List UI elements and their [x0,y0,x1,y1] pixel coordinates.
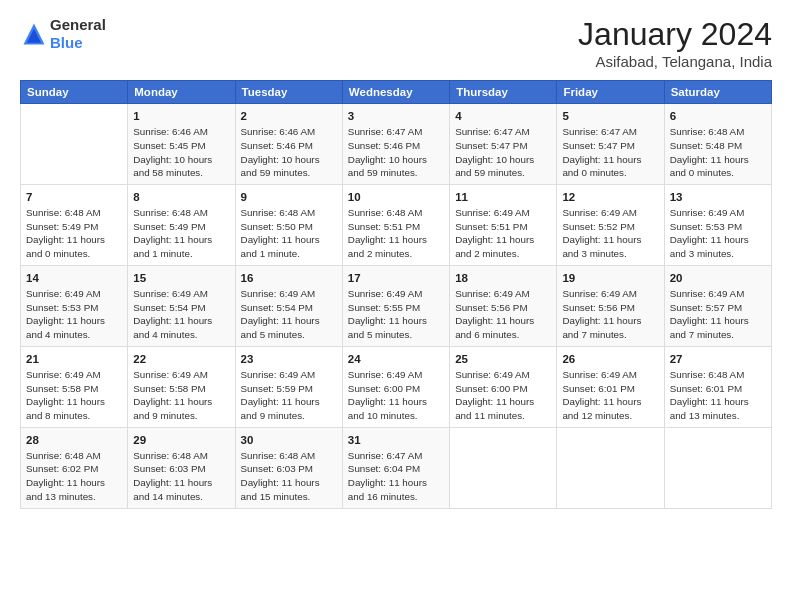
col-wednesday: Wednesday [342,81,449,104]
calendar-cell [450,427,557,508]
day-number: 2 [241,108,337,124]
calendar-cell: 5Sunrise: 6:47 AMSunset: 5:47 PMDaylight… [557,104,664,185]
col-friday: Friday [557,81,664,104]
calendar-cell: 2Sunrise: 6:46 AMSunset: 5:46 PMDaylight… [235,104,342,185]
day-number: 23 [241,351,337,367]
month-title: January 2024 [578,16,772,53]
day-number: 17 [348,270,444,286]
day-number: 18 [455,270,551,286]
day-info: Sunrise: 6:49 AMSunset: 5:53 PMDaylight:… [26,287,122,342]
calendar-cell: 17Sunrise: 6:49 AMSunset: 5:55 PMDayligh… [342,265,449,346]
calendar-cell [557,427,664,508]
calendar-cell: 24Sunrise: 6:49 AMSunset: 6:00 PMDayligh… [342,346,449,427]
col-saturday: Saturday [664,81,771,104]
calendar-cell: 9Sunrise: 6:48 AMSunset: 5:50 PMDaylight… [235,184,342,265]
day-info: Sunrise: 6:48 AMSunset: 5:49 PMDaylight:… [133,206,229,261]
calendar-cell: 28Sunrise: 6:48 AMSunset: 6:02 PMDayligh… [21,427,128,508]
day-number: 15 [133,270,229,286]
page-header: General Blue January 2024 Asifabad, Tela… [20,16,772,70]
day-number: 13 [670,189,766,205]
calendar-cell: 21Sunrise: 6:49 AMSunset: 5:58 PMDayligh… [21,346,128,427]
day-info: Sunrise: 6:49 AMSunset: 5:54 PMDaylight:… [241,287,337,342]
day-info: Sunrise: 6:47 AMSunset: 5:47 PMDaylight:… [562,125,658,180]
day-number: 7 [26,189,122,205]
calendar-cell: 19Sunrise: 6:49 AMSunset: 5:56 PMDayligh… [557,265,664,346]
calendar-cell: 3Sunrise: 6:47 AMSunset: 5:46 PMDaylight… [342,104,449,185]
day-info: Sunrise: 6:49 AMSunset: 6:00 PMDaylight:… [348,368,444,423]
logo: General Blue [20,16,106,52]
title-block: January 2024 Asifabad, Telangana, India [578,16,772,70]
day-number: 22 [133,351,229,367]
day-number: 11 [455,189,551,205]
day-info: Sunrise: 6:49 AMSunset: 6:00 PMDaylight:… [455,368,551,423]
day-info: Sunrise: 6:46 AMSunset: 5:46 PMDaylight:… [241,125,337,180]
day-number: 10 [348,189,444,205]
day-info: Sunrise: 6:49 AMSunset: 5:55 PMDaylight:… [348,287,444,342]
day-info: Sunrise: 6:49 AMSunset: 5:57 PMDaylight:… [670,287,766,342]
calendar-cell: 16Sunrise: 6:49 AMSunset: 5:54 PMDayligh… [235,265,342,346]
day-number: 21 [26,351,122,367]
day-info: Sunrise: 6:49 AMSunset: 5:58 PMDaylight:… [26,368,122,423]
calendar-cell: 1Sunrise: 6:46 AMSunset: 5:45 PMDaylight… [128,104,235,185]
day-info: Sunrise: 6:49 AMSunset: 5:56 PMDaylight:… [562,287,658,342]
day-info: Sunrise: 6:48 AMSunset: 5:49 PMDaylight:… [26,206,122,261]
calendar-cell: 23Sunrise: 6:49 AMSunset: 5:59 PMDayligh… [235,346,342,427]
calendar-cell: 15Sunrise: 6:49 AMSunset: 5:54 PMDayligh… [128,265,235,346]
day-info: Sunrise: 6:49 AMSunset: 5:52 PMDaylight:… [562,206,658,261]
location: Asifabad, Telangana, India [578,53,772,70]
day-info: Sunrise: 6:48 AMSunset: 5:48 PMDaylight:… [670,125,766,180]
header-row: Sunday Monday Tuesday Wednesday Thursday… [21,81,772,104]
calendar-cell: 12Sunrise: 6:49 AMSunset: 5:52 PMDayligh… [557,184,664,265]
day-number: 12 [562,189,658,205]
day-number: 27 [670,351,766,367]
col-tuesday: Tuesday [235,81,342,104]
calendar-cell: 22Sunrise: 6:49 AMSunset: 5:58 PMDayligh… [128,346,235,427]
calendar-week-1: 1Sunrise: 6:46 AMSunset: 5:45 PMDaylight… [21,104,772,185]
day-number: 20 [670,270,766,286]
calendar-cell: 10Sunrise: 6:48 AMSunset: 5:51 PMDayligh… [342,184,449,265]
day-number: 3 [348,108,444,124]
day-number: 9 [241,189,337,205]
calendar-week-2: 7Sunrise: 6:48 AMSunset: 5:49 PMDaylight… [21,184,772,265]
calendar-cell: 8Sunrise: 6:48 AMSunset: 5:49 PMDaylight… [128,184,235,265]
calendar-cell: 26Sunrise: 6:49 AMSunset: 6:01 PMDayligh… [557,346,664,427]
day-number: 16 [241,270,337,286]
calendar-cell: 14Sunrise: 6:49 AMSunset: 5:53 PMDayligh… [21,265,128,346]
day-info: Sunrise: 6:48 AMSunset: 6:03 PMDaylight:… [241,449,337,504]
calendar-week-5: 28Sunrise: 6:48 AMSunset: 6:02 PMDayligh… [21,427,772,508]
calendar-cell: 6Sunrise: 6:48 AMSunset: 5:48 PMDaylight… [664,104,771,185]
col-thursday: Thursday [450,81,557,104]
day-info: Sunrise: 6:49 AMSunset: 6:01 PMDaylight:… [562,368,658,423]
day-info: Sunrise: 6:48 AMSunset: 6:03 PMDaylight:… [133,449,229,504]
calendar-week-3: 14Sunrise: 6:49 AMSunset: 5:53 PMDayligh… [21,265,772,346]
day-number: 4 [455,108,551,124]
calendar-cell: 11Sunrise: 6:49 AMSunset: 5:51 PMDayligh… [450,184,557,265]
calendar-week-4: 21Sunrise: 6:49 AMSunset: 5:58 PMDayligh… [21,346,772,427]
day-info: Sunrise: 6:48 AMSunset: 5:50 PMDaylight:… [241,206,337,261]
day-number: 14 [26,270,122,286]
calendar-cell: 27Sunrise: 6:48 AMSunset: 6:01 PMDayligh… [664,346,771,427]
day-info: Sunrise: 6:46 AMSunset: 5:45 PMDaylight:… [133,125,229,180]
day-info: Sunrise: 6:49 AMSunset: 5:54 PMDaylight:… [133,287,229,342]
calendar-cell: 29Sunrise: 6:48 AMSunset: 6:03 PMDayligh… [128,427,235,508]
day-info: Sunrise: 6:49 AMSunset: 5:51 PMDaylight:… [455,206,551,261]
day-number: 28 [26,432,122,448]
day-info: Sunrise: 6:49 AMSunset: 5:53 PMDaylight:… [670,206,766,261]
day-number: 26 [562,351,658,367]
calendar-cell: 20Sunrise: 6:49 AMSunset: 5:57 PMDayligh… [664,265,771,346]
day-info: Sunrise: 6:47 AMSunset: 6:04 PMDaylight:… [348,449,444,504]
day-info: Sunrise: 6:49 AMSunset: 5:56 PMDaylight:… [455,287,551,342]
calendar-cell: 25Sunrise: 6:49 AMSunset: 6:00 PMDayligh… [450,346,557,427]
calendar-cell [664,427,771,508]
logo-text: General Blue [50,16,106,52]
day-info: Sunrise: 6:48 AMSunset: 6:01 PMDaylight:… [670,368,766,423]
day-info: Sunrise: 6:49 AMSunset: 5:58 PMDaylight:… [133,368,229,423]
calendar-cell: 18Sunrise: 6:49 AMSunset: 5:56 PMDayligh… [450,265,557,346]
day-number: 31 [348,432,444,448]
day-number: 30 [241,432,337,448]
day-number: 8 [133,189,229,205]
day-info: Sunrise: 6:47 AMSunset: 5:46 PMDaylight:… [348,125,444,180]
day-number: 29 [133,432,229,448]
day-number: 24 [348,351,444,367]
day-number: 1 [133,108,229,124]
